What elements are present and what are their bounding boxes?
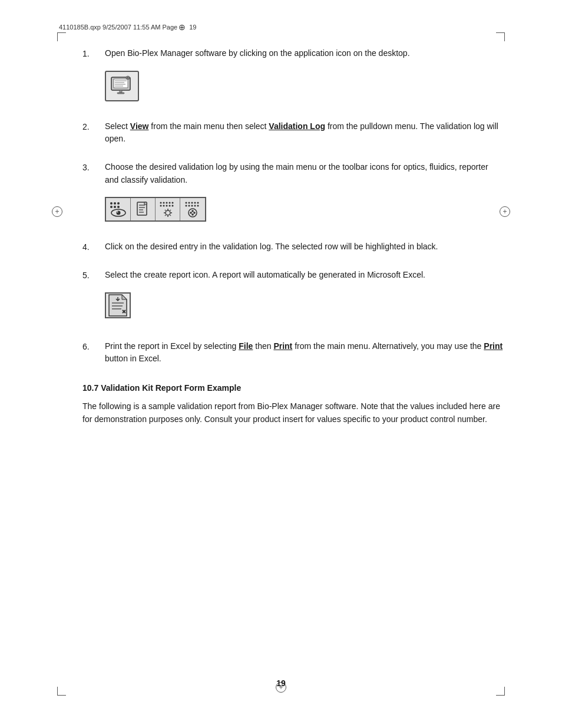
reg-circle-right: [500, 206, 510, 217]
print-menu-label: Print: [273, 341, 292, 351]
svg-line-42: [165, 215, 166, 216]
svg-rect-7: [117, 93, 124, 94]
step-5-text: Select the create report icon. A report …: [105, 269, 503, 282]
svg-point-9: [127, 77, 128, 78]
svg-point-28: [171, 202, 173, 204]
svg-marker-59: [122, 295, 127, 299]
page-number: 19: [276, 678, 286, 688]
toolbar-icons-container: [105, 197, 206, 222]
svg-point-56: [191, 210, 194, 213]
svg-line-39: [165, 210, 166, 210]
svg-point-31: [166, 205, 167, 207]
section-body: The following is a sample validation rep…: [82, 400, 503, 426]
app-icon: [105, 71, 139, 101]
svg-point-24: [160, 202, 161, 204]
optics-icon: [106, 198, 131, 220]
step-1: 1. Open Bio-Plex Manager software by cli…: [82, 47, 503, 110]
step-2-content: Select View from the main menu then sele…: [105, 120, 503, 150]
step-5: 5. Select the create report icon. A repo…: [82, 269, 503, 329]
svg-line-41: [170, 210, 170, 210]
reg-circle-left: [52, 206, 62, 217]
step-5-number: 5.: [82, 269, 95, 329]
toolbar-icons-group: [105, 197, 206, 222]
svg-point-47: [197, 202, 199, 204]
section-heading: 10.7 Validation Kit Report Form Example: [82, 383, 503, 393]
svg-point-54: [190, 212, 192, 215]
fluidics-icon: [131, 198, 156, 220]
svg-rect-6: [120, 90, 122, 93]
step-4-text: Click on the desired entry in the valida…: [105, 241, 503, 253]
svg-point-29: [160, 205, 161, 207]
svg-point-53: [189, 209, 197, 217]
svg-point-45: [191, 202, 193, 204]
step-4: 4. Click on the desired entry in the val…: [82, 241, 503, 258]
step-2-text: Select View from the main menu then sele…: [105, 120, 503, 146]
step-3-content: Choose the desired validation log by usi…: [105, 161, 503, 230]
step-4-content: Click on the desired entry in the valida…: [105, 241, 503, 258]
reporter-svg: [158, 201, 177, 218]
step-6-number: 6.: [82, 340, 95, 370]
fluidics-svg: [134, 201, 153, 218]
step-6: 6. Print the report in Excel by selectin…: [82, 340, 503, 370]
svg-point-27: [168, 202, 170, 204]
svg-line-40: [170, 215, 170, 216]
desktop-icon-container: [105, 71, 139, 101]
file-menu-label: File: [239, 341, 253, 351]
classify-icon: [180, 198, 205, 220]
step-3-number: 3.: [82, 161, 95, 230]
step-2: 2. Select View from the main menu then s…: [82, 120, 503, 150]
svg-point-18: [117, 212, 118, 213]
svg-point-15: [117, 206, 120, 208]
step-5-content: Select the create report icon. A report …: [105, 269, 503, 329]
svg-point-50: [191, 205, 193, 207]
step-1-content: Open Bio-Plex Manager software by clicki…: [105, 47, 503, 110]
svg-point-43: [186, 202, 187, 204]
report-icon-svg: [106, 294, 130, 317]
page: 4110185B.qxp 9/25/2007 11:55 AM Page19 1…: [0, 0, 562, 728]
view-menu-label: View: [130, 121, 149, 131]
svg-point-46: [194, 202, 196, 204]
step-1-text: Open Bio-Plex Manager software by clicki…: [105, 47, 503, 60]
step-1-number: 1.: [82, 47, 95, 110]
classify-svg: [183, 201, 202, 218]
svg-point-12: [117, 202, 120, 205]
svg-point-48: [186, 205, 187, 207]
svg-point-51: [194, 205, 196, 207]
svg-point-33: [171, 205, 173, 207]
svg-point-49: [189, 205, 190, 207]
svg-point-17: [116, 211, 120, 215]
svg-point-25: [163, 202, 164, 204]
svg-point-57: [191, 214, 194, 216]
svg-rect-1: [114, 79, 128, 88]
step-6-content: Print the report in Excel by selecting F…: [105, 340, 503, 370]
svg-point-34: [166, 210, 170, 215]
optics-svg: [109, 201, 128, 218]
main-content: 1. Open Bio-Plex Manager software by cli…: [82, 35, 503, 426]
svg-point-11: [114, 202, 116, 205]
validation-log-label: Validation Log: [269, 121, 325, 131]
step-3: 3. Choose the desired validation log by …: [82, 161, 503, 230]
header-page: 19: [189, 24, 196, 31]
step-6-text: Print the report in Excel by selecting F…: [105, 340, 503, 365]
print-button-label: Print: [484, 341, 503, 351]
svg-point-44: [189, 202, 190, 204]
svg-point-52: [197, 205, 199, 207]
svg-point-30: [163, 205, 164, 207]
step-3-text: Choose the desired validation log by usi…: [105, 161, 503, 186]
svg-point-32: [168, 205, 170, 207]
svg-point-14: [114, 206, 116, 208]
svg-point-55: [193, 212, 196, 215]
step-4-number: 4.: [82, 241, 95, 258]
header-line: 4110185B.qxp 9/25/2007 11:55 AM Page19: [59, 22, 503, 32]
step-2-number: 2.: [82, 120, 95, 150]
svg-point-26: [166, 202, 167, 204]
registration-mark: [178, 22, 188, 32]
svg-point-10: [110, 202, 113, 205]
report-icon-container: [105, 292, 131, 321]
app-icon-svg: [110, 75, 134, 97]
create-report-icon: [105, 292, 131, 318]
header-text: 4110185B.qxp 9/25/2007 11:55 AM Page: [59, 24, 177, 31]
reporter-icon: [156, 198, 180, 220]
svg-point-13: [110, 206, 113, 208]
